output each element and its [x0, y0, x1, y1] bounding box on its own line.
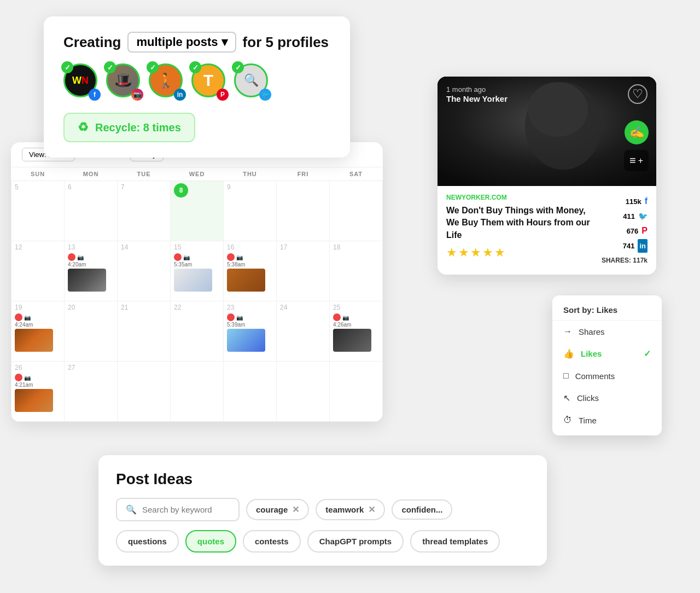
- calendar-week-2: 12 13 📷 4:20am 14 15 📷 5:35am: [11, 241, 383, 301]
- profile-avatar-2[interactable]: ✓ 🎩 📷: [106, 63, 144, 102]
- stat-linkedin: 741 in: [602, 239, 648, 253]
- calendar-week-3: 19 📷 4:24am 20 21 22 23 📷 5:39am: [11, 301, 383, 362]
- cal-day-18[interactable]: 18: [330, 241, 383, 301]
- sort-item-comments[interactable]: □ Comments: [552, 365, 662, 387]
- search-row: 🔍 courage ✕ teamwork ✕ confiden...: [116, 498, 529, 521]
- stat-twitter: 411 🐦: [602, 210, 648, 223]
- profile-avatar-5[interactable]: ✓ 🔍 🐦: [234, 63, 272, 102]
- cal-day-blank7[interactable]: [330, 362, 383, 422]
- pinterest-icon-4: P: [217, 89, 229, 101]
- profile-avatar-1[interactable]: ✓ WN f: [63, 63, 102, 102]
- search-input[interactable]: [142, 505, 230, 514]
- article-card: 1 month ago The New Yorker ♡ ✍ ≡ + NEWYO…: [438, 77, 656, 275]
- post-ideas-card: Post Ideas 🔍 courage ✕ teamwork ✕ confid…: [98, 455, 547, 566]
- calendar-card: View: Month Today FEBRUARY - MARCH › SUN…: [11, 142, 383, 422]
- cal-day-14[interactable]: 14: [118, 241, 171, 301]
- chevron-down-icon: ▾: [221, 35, 228, 49]
- comment-icon: □: [563, 371, 569, 381]
- thumb-image-16: [227, 269, 265, 292]
- cal-day-blank2[interactable]: [330, 181, 383, 241]
- confidence-label: confiden...: [401, 505, 442, 514]
- cal-day-9[interactable]: 9: [224, 181, 277, 241]
- cat-quotes[interactable]: quotes: [185, 530, 236, 553]
- post-thumb-13: 📷 4:20am: [68, 253, 114, 292]
- cal-day-20[interactable]: 20: [65, 301, 118, 362]
- cal-day-21[interactable]: 21: [118, 301, 171, 362]
- article-heart-btn[interactable]: ♡: [628, 84, 648, 104]
- cal-header-wed: WED: [171, 167, 224, 181]
- plus-icon: +: [638, 156, 643, 166]
- sort-item-shares[interactable]: → Shares: [552, 321, 662, 342]
- profile-avatar-3[interactable]: ✓ 🚶 in: [149, 63, 187, 102]
- post-thumb-26: 📷 4:21am: [15, 374, 61, 412]
- calendar-table: SUN MON TUE WED THU FRI SAT 5 6 7 8 9: [11, 167, 383, 422]
- search-box[interactable]: 🔍: [116, 498, 240, 521]
- cal-day-25[interactable]: 25 📷 4:26am: [330, 301, 383, 362]
- post-thumb-19: 📷 4:24am: [15, 313, 61, 352]
- cal-header-fri: FRI: [277, 167, 330, 181]
- sort-item-likes[interactable]: 👍 Likes ✓: [552, 342, 662, 365]
- cal-day-22[interactable]: 22: [171, 301, 224, 362]
- twitter-stat-icon: 🐦: [638, 210, 648, 223]
- article-source-url: NEWYORKER.COM: [446, 194, 595, 201]
- cal-day-27[interactable]: 27: [65, 362, 118, 422]
- article-stars: ★★★★★: [446, 246, 595, 260]
- sort-item-clicks[interactable]: ↖ Clicks: [552, 387, 662, 409]
- stat-pinterest: 676 P: [602, 223, 648, 239]
- sort-item-time[interactable]: ⏱ Time: [552, 409, 662, 431]
- cal-day-blank6[interactable]: [277, 362, 330, 422]
- cal-day-blank1[interactable]: [277, 181, 330, 241]
- profile-avatar-4[interactable]: ✓ T P: [191, 63, 230, 102]
- cal-day-blank4[interactable]: [171, 362, 224, 422]
- article-overlay: 1 month ago The New Yorker ♡ ✍ ≡ +: [438, 77, 656, 186]
- cal-day-12[interactable]: 12: [11, 241, 65, 301]
- add-to-queue-btn[interactable]: ≡ +: [624, 150, 649, 171]
- cal-day-26[interactable]: 26 📷 4:21am: [11, 362, 65, 422]
- check-icon-5: ✓: [232, 61, 244, 73]
- cat-thread-templates[interactable]: thread templates: [410, 530, 500, 553]
- cal-day-blank5[interactable]: [224, 362, 277, 422]
- cal-day-15[interactable]: 15 📷 5:35am: [171, 241, 224, 301]
- cal-header-sat: SAT: [330, 167, 383, 181]
- clock-icon: ⏱: [563, 415, 572, 425]
- cat-chapgpt[interactable]: ChapGPT prompts: [307, 530, 404, 553]
- linkedin-icon-3: in: [174, 89, 186, 101]
- cal-day-24[interactable]: 24: [277, 301, 330, 362]
- multiple-posts-dropdown[interactable]: multiple posts ▾: [127, 32, 236, 53]
- cal-day-13[interactable]: 13 📷 4:20am: [65, 241, 118, 301]
- sort-check-icon: ✓: [644, 348, 651, 359]
- profiles-row: ✓ WN f ✓ 🎩 📷 ✓ 🚶 in ✓ T: [63, 63, 330, 102]
- remove-teamwork-btn[interactable]: ✕: [368, 504, 375, 515]
- cal-day-23[interactable]: 23 📷 5:39am: [224, 301, 277, 362]
- cat-contests[interactable]: contests: [243, 530, 301, 553]
- feather-icon-btn[interactable]: ✍: [625, 120, 649, 144]
- remove-courage-btn[interactable]: ✕: [292, 504, 299, 515]
- cal-day-8[interactable]: 8: [171, 181, 224, 241]
- post-thumb-25: 📷 4:26am: [333, 313, 379, 352]
- recycle-icon: ♻: [78, 120, 89, 135]
- cal-day-19[interactable]: 19 📷 4:24am: [11, 301, 65, 362]
- cal-header-thu: THU: [224, 167, 277, 181]
- pinterest-stat-icon: P: [641, 223, 648, 239]
- article-title: We Don't Buy Things with Money, We Buy T…: [446, 205, 595, 241]
- sort-dropdown: Sort by: Likes → Shares 👍 Likes ✓ □ Comm…: [552, 295, 662, 435]
- instagram-icon-2: 📷: [131, 89, 143, 101]
- cal-day-6[interactable]: 6: [65, 181, 118, 241]
- list-icon: ≡: [629, 154, 636, 167]
- post-thumb-23: 📷 5:39am: [227, 313, 273, 352]
- cat-questions[interactable]: questions: [116, 530, 179, 553]
- stat-facebook: 115k f: [602, 194, 648, 210]
- article-body: NEWYORKER.COM We Don't Buy Things with M…: [438, 186, 656, 275]
- cal-day-blank3[interactable]: [118, 362, 171, 422]
- search-icon: 🔍: [126, 504, 137, 515]
- cal-day-5[interactable]: 5: [11, 181, 65, 241]
- keyword-tag-confidence: confiden...: [392, 499, 452, 520]
- thumb-image-26: [15, 389, 53, 412]
- post-ideas-title: Post Ideas: [116, 470, 529, 488]
- cal-day-16[interactable]: 16 📷 5:38am: [224, 241, 277, 301]
- cal-day-7[interactable]: 7: [118, 181, 171, 241]
- cal-day-17[interactable]: 17: [277, 241, 330, 301]
- linkedin-stat-value: 741: [623, 240, 635, 252]
- twitter-stat-value: 411: [623, 210, 635, 223]
- teamwork-label: teamwork: [325, 505, 364, 514]
